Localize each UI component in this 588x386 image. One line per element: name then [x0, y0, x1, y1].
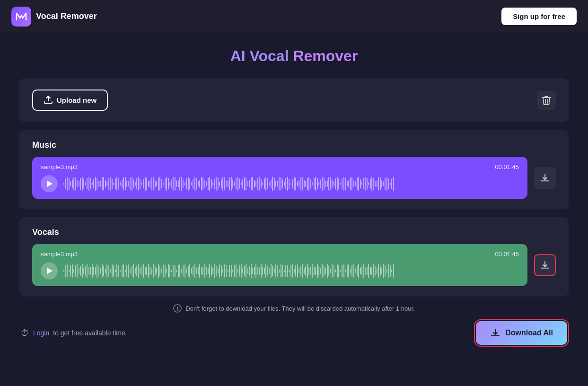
music-track-box: sample3.mp3 00:01:45	[32, 157, 527, 199]
upload-row: Upload new	[32, 90, 556, 111]
music-track-name: sample3.mp3	[41, 163, 78, 171]
login-text: ⏱ Login to get free available time	[21, 328, 125, 338]
music-waveform	[63, 176, 519, 191]
upload-button[interactable]: Upload new	[32, 90, 108, 111]
download-all-icon	[490, 328, 500, 338]
music-track-bottom	[41, 175, 519, 192]
main-content: AI Vocal Remover Upload new Music	[0, 33, 588, 359]
vocals-track-top: sample3.mp3 00:01:45	[41, 251, 519, 258]
upload-label: Upload new	[57, 96, 97, 104]
info-icon	[173, 304, 182, 313]
vocals-play-icon	[47, 268, 53, 274]
music-label: Music	[32, 140, 556, 150]
logo-icon	[11, 7, 31, 27]
vocals-track-container: sample3.mp3 00:01:45	[32, 244, 556, 286]
music-download-button[interactable]	[534, 167, 556, 189]
vocals-section: Vocals sample3.mp3 00:01:45	[19, 217, 569, 296]
vocals-track-bottom	[41, 262, 519, 279]
info-row: Don't forget to download your files. The…	[19, 304, 569, 313]
music-track-time: 00:01:45	[495, 163, 519, 171]
header: Vocal Remover Sign up for free	[0, 0, 588, 33]
music-track-top: sample3.mp3 00:01:45	[41, 163, 519, 171]
signup-button[interactable]: Sign up for free	[501, 8, 577, 25]
vocals-track-time: 00:01:45	[495, 251, 519, 258]
download-all-label: Download All	[505, 329, 553, 337]
vocals-track-name: sample3.mp3	[41, 251, 78, 258]
title-ai: AI Vocal	[230, 47, 289, 64]
upload-icon	[44, 95, 53, 105]
app-name: Vocal Remover	[36, 11, 97, 21]
vocals-label: Vocals	[32, 227, 556, 237]
music-play-button[interactable]	[41, 175, 58, 192]
clock-icon: ⏱	[21, 328, 29, 338]
upload-card: Upload new	[19, 78, 569, 122]
login-link[interactable]: Login	[33, 329, 49, 337]
title-rest: Remover	[289, 47, 358, 64]
vocals-download-button[interactable]	[534, 254, 556, 276]
vocals-play-button[interactable]	[41, 262, 58, 279]
header-left: Vocal Remover	[11, 7, 97, 27]
footer-row: ⏱ Login to get free available time Downl…	[19, 321, 569, 345]
download-all-button[interactable]: Download All	[476, 321, 567, 345]
info-message: Don't forget to download your files. The…	[185, 305, 414, 312]
trash-button[interactable]	[537, 91, 556, 110]
music-track-container: sample3.mp3 00:01:45	[32, 157, 556, 199]
page-title: AI Vocal Remover	[19, 47, 569, 65]
music-play-icon	[47, 180, 53, 187]
login-suffix: to get free available time	[53, 329, 125, 337]
music-section: Music sample3.mp3 00:01:45	[19, 130, 569, 209]
vocals-waveform	[63, 263, 519, 278]
vocals-track-box: sample3.mp3 00:01:45	[32, 244, 527, 286]
